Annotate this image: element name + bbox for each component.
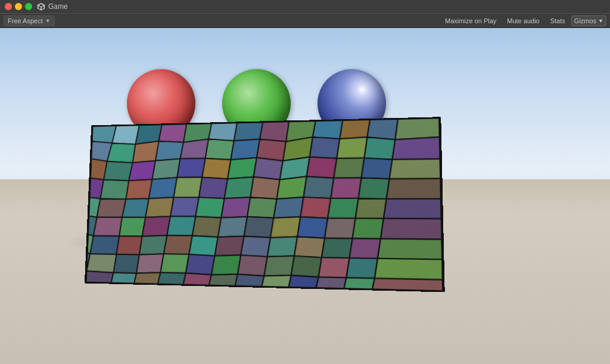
mosaic-wall [85,117,445,292]
aspect-ratio-selector[interactable]: Free Aspect ▼ [4,15,55,26]
stats-button[interactable]: Stats [546,15,570,26]
mute-audio-button[interactable]: Mute audio [502,15,544,26]
gizmos-dropdown-arrow: ▼ [598,18,603,24]
toolbar-left: Free Aspect ▼ [4,15,440,26]
scene-3d [0,28,610,364]
title-bar: Game [0,0,610,13]
game-viewport [0,28,610,364]
svg-rect-117 [86,119,443,290]
unity-logo-icon [37,2,45,11]
toolbar-right: Maximize on Play Mute audio Stats Gizmos… [440,15,606,26]
toolbar: Free Aspect ▼ Maximize on Play Mute audi… [0,13,610,28]
maximize-on-play-button[interactable]: Maximize on Play [440,15,501,26]
window-controls [5,3,32,10]
window-minimize-button[interactable] [15,3,22,10]
window-maximize-button[interactable] [25,3,32,10]
aspect-dropdown-arrow: ▼ [45,18,51,24]
window-title: Game [37,2,68,11]
window-close-button[interactable] [5,3,12,10]
gizmos-dropdown[interactable]: Gizmos ▼ [571,15,606,26]
wall-container [77,120,435,287]
aspect-ratio-label: Free Aspect [8,17,43,24]
mosaic-texture [86,119,443,290]
gizmos-label: Gizmos [574,17,596,24]
